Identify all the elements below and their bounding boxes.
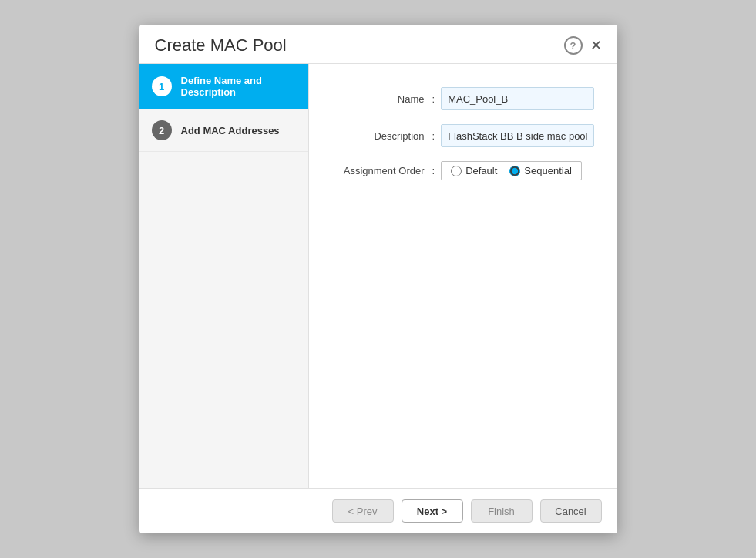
sidebar-item-add-mac[interactable]: 2 Add MAC Addresses: [139, 109, 308, 152]
radio-default[interactable]: [451, 166, 462, 176]
title-bar-icons: ? ✕: [564, 36, 602, 55]
name-label: Name: [332, 93, 432, 105]
radio-option-sequential[interactable]: Sequential: [509, 165, 571, 176]
step-badge-1: 1: [152, 76, 172, 96]
name-row: Name :: [332, 87, 594, 110]
sidebar-item-label-1: Define Name and Description: [181, 75, 296, 98]
dialog-body: 1 Define Name and Description 2 Add MAC …: [139, 64, 617, 488]
cancel-button[interactable]: Cancel: [540, 499, 602, 523]
radio-sequential[interactable]: [509, 166, 520, 176]
sidebar-item-define-name[interactable]: 1 Define Name and Description: [139, 64, 308, 109]
name-input[interactable]: [441, 87, 593, 110]
prev-button[interactable]: < Prev: [332, 499, 394, 523]
radio-default-label: Default: [465, 165, 497, 176]
finish-button[interactable]: Finish: [471, 499, 533, 523]
description-colon: :: [432, 130, 435, 142]
sidebar: 1 Define Name and Description 2 Add MAC …: [139, 64, 309, 488]
footer: < Prev Next > Finish Cancel: [139, 488, 617, 533]
assignment-order-row: Assignment Order : Default Sequential: [332, 161, 594, 180]
step-badge-2: 2: [152, 120, 172, 140]
description-input[interactable]: [441, 124, 593, 147]
assignment-order-colon: :: [432, 165, 435, 176]
help-button[interactable]: ?: [564, 36, 583, 55]
dialog-title: Create MAC Pool: [155, 35, 287, 55]
content-area: Name : Description : Assignment Order : …: [309, 64, 617, 488]
assignment-order-label: Assignment Order: [332, 165, 432, 176]
title-bar: Create MAC Pool ? ✕: [139, 25, 617, 64]
sidebar-item-label-2: Add MAC Addresses: [181, 125, 280, 136]
radio-option-default[interactable]: Default: [451, 165, 497, 176]
close-button[interactable]: ✕: [590, 39, 602, 52]
assignment-order-group: Default Sequential: [441, 161, 582, 180]
create-mac-pool-dialog: Create MAC Pool ? ✕ 1 Define Name and De…: [139, 25, 617, 533]
radio-sequential-label: Sequential: [524, 165, 571, 176]
description-row: Description :: [332, 124, 594, 147]
description-label: Description: [332, 130, 432, 142]
name-colon: :: [432, 93, 435, 105]
next-button[interactable]: Next >: [402, 499, 463, 523]
